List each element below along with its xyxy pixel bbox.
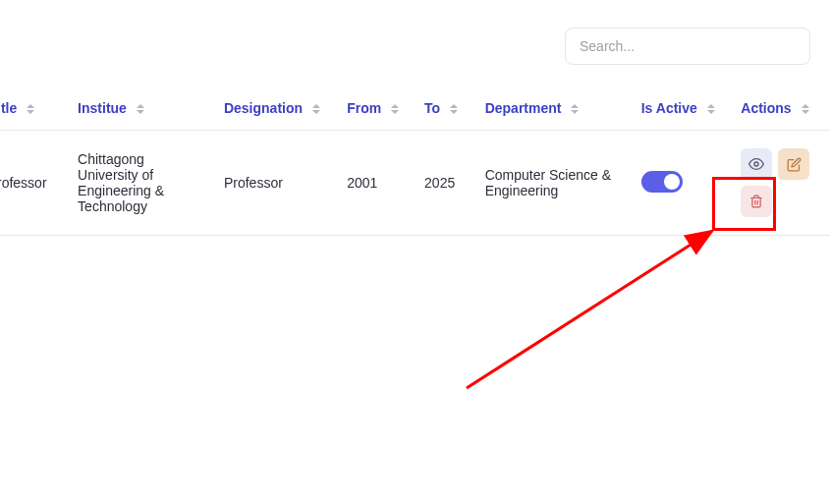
column-header-designation[interactable]: Designation: [212, 86, 335, 131]
sort-icon[interactable]: [571, 104, 579, 114]
search-container: [565, 28, 810, 65]
svg-line-4: [467, 231, 712, 388]
sort-icon[interactable]: [450, 104, 458, 114]
column-header-department[interactable]: Department: [473, 86, 630, 131]
sort-icon[interactable]: [137, 104, 144, 114]
column-label: Institue: [78, 100, 127, 116]
data-table-container: itle Institue Designation From To: [0, 86, 830, 236]
column-label: Designation: [224, 100, 303, 116]
column-header-active[interactable]: Is Active: [630, 86, 730, 131]
column-label: Is Active: [641, 100, 697, 116]
column-header-actions[interactable]: Actions: [729, 86, 830, 131]
sort-icon[interactable]: [707, 104, 715, 114]
svg-point-0: [754, 162, 758, 166]
cell-to: 2025: [413, 131, 473, 236]
cell-institute: Chittagong University of Engineering & T…: [66, 131, 212, 236]
column-label: From: [347, 100, 381, 116]
cell-title: rofessor: [0, 131, 66, 236]
sort-icon[interactable]: [391, 104, 399, 114]
sort-icon[interactable]: [312, 104, 320, 114]
column-label: Department: [485, 100, 562, 116]
sort-icon[interactable]: [27, 104, 34, 114]
column-header-from[interactable]: From: [335, 86, 413, 131]
edit-icon: [787, 157, 802, 172]
delete-button[interactable]: [741, 186, 772, 217]
column-header-to[interactable]: To: [413, 86, 473, 131]
annotation-arrow: [408, 221, 742, 418]
search-input[interactable]: [565, 28, 810, 65]
cell-designation: Professor: [212, 131, 335, 236]
cell-actions: [729, 131, 830, 236]
view-button[interactable]: [741, 148, 772, 180]
eye-icon: [748, 156, 764, 172]
active-toggle[interactable]: [641, 171, 683, 193]
column-header-institute[interactable]: Institue: [66, 86, 212, 131]
column-header-title[interactable]: itle: [0, 86, 66, 131]
table-header-row: itle Institue Designation From To: [0, 86, 830, 131]
table-row: rofessor Chittagong University of Engine…: [0, 131, 830, 236]
column-label: Actions: [741, 100, 791, 116]
sort-icon[interactable]: [802, 104, 809, 114]
cell-department: Computer Science & Engineering: [473, 131, 630, 236]
cell-active: [630, 131, 730, 236]
column-label: To: [424, 100, 440, 116]
data-table: itle Institue Designation From To: [0, 86, 830, 236]
column-label: itle: [0, 100, 17, 116]
edit-button[interactable]: [778, 148, 809, 180]
cell-from: 2001: [335, 131, 413, 236]
trash-icon: [749, 195, 763, 208]
